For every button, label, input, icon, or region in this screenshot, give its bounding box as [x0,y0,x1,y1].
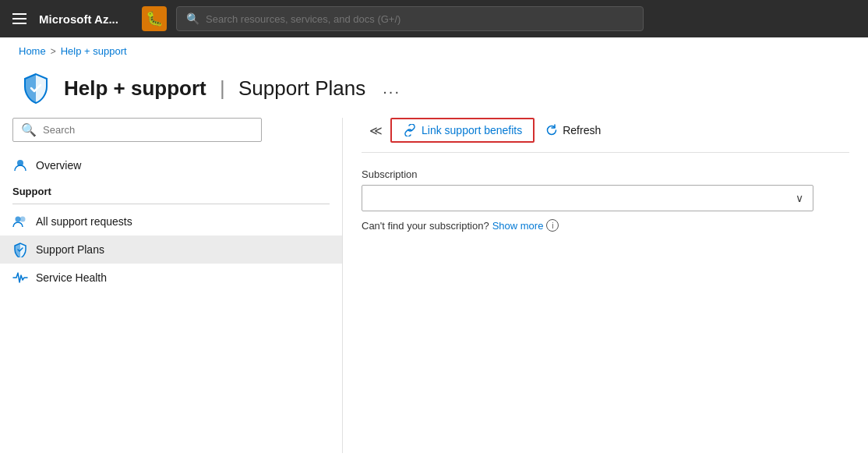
title-divider: | [220,76,231,100]
sidebar-item-support-plans[interactable]: Support Plans [0,236,342,264]
subscription-section: Subscription ∨ Can't find your subscript… [362,168,849,232]
sidebar-item-overview[interactable]: Overview [0,151,342,179]
sidebar-item-overview-label: Overview [36,159,81,172]
link-icon [403,124,417,136]
subscription-select[interactable]: ∨ [362,185,813,211]
refresh-label: Refresh [563,124,601,136]
link-support-benefits-button[interactable]: Link support benefits [390,118,535,143]
sidebar-search-input[interactable] [43,124,253,136]
support-plans-icon [12,242,28,257]
more-options-button[interactable]: ... [383,80,400,97]
hamburger-menu-button[interactable] [9,10,30,27]
global-search-input[interactable] [206,13,633,25]
sidebar-item-all-support-requests-label: All support requests [36,215,132,228]
sidebar-item-all-support-requests[interactable]: All support requests [0,207,342,236]
service-health-icon [12,270,28,285]
show-more-link[interactable]: Show more [492,220,544,232]
subscription-label: Subscription [362,168,849,180]
topbar: Microsoft Az... 🐛 🔍 [0,0,868,37]
chevron-down-icon: ∨ [796,192,803,204]
info-icon[interactable]: i [546,219,559,232]
breadcrumb: Home > Help + support [0,37,868,65]
support-divider [12,204,330,204]
breadcrumb-separator: > [51,46,56,57]
toolbar: ≪ Link support benefits Refresh [362,118,849,153]
sidebar-search-wrapper[interactable]: 🔍 [12,118,262,142]
refresh-button[interactable]: Refresh [535,119,612,141]
all-support-requests-icon [12,214,28,229]
search-icon: 🔍 [186,12,199,25]
svg-point-2 [20,217,26,222]
collapse-sidebar-button[interactable]: ≪ [362,123,390,138]
sidebar: 🔍 Overview Support [0,118,343,453]
feedback-bug-button[interactable]: 🐛 [142,6,167,31]
app-title: Microsoft Az... [39,12,132,26]
cant-find-row: Can't find your subscription? Show more … [362,219,849,232]
sidebar-item-service-health-label: Service Health [36,271,107,284]
breadcrumb-current[interactable]: Help + support [61,45,127,57]
sidebar-section-support: Support [0,179,342,200]
shield-header-icon [19,71,53,105]
link-support-benefits-label: Link support benefits [422,124,522,136]
refresh-icon [545,124,558,136]
svg-point-1 [16,217,21,222]
right-content: ≪ Link support benefits Refresh Subscr [343,118,868,453]
sidebar-search-icon: 🔍 [21,122,37,137]
sidebar-item-support-plans-label: Support Plans [36,243,104,256]
sidebar-item-service-health[interactable]: Service Health [0,264,342,292]
page-title: Help + support | Support Plans [64,76,365,100]
global-search-bar[interactable]: 🔍 [176,6,644,31]
page-title-group: Help + support | Support Plans [64,76,365,101]
cant-find-text: Can't find your subscription? [362,220,489,232]
sidebar-search-row: 🔍 [0,118,342,142]
breadcrumb-home[interactable]: Home [19,45,46,57]
page-header: Help + support | Support Plans ... [0,65,868,118]
main-content: 🔍 Overview Support [0,118,868,453]
overview-icon [12,158,28,173]
